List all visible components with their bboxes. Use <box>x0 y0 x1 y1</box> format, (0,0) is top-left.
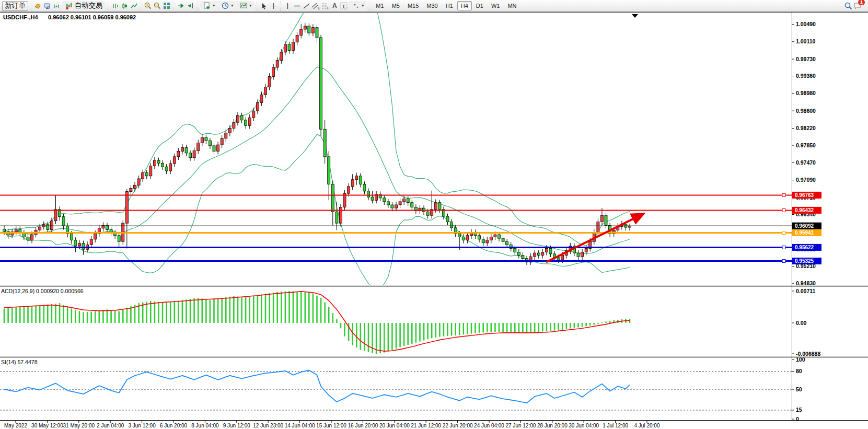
candle <box>629 226 631 227</box>
candle <box>450 222 453 228</box>
candle <box>308 26 310 33</box>
candle <box>256 102 259 111</box>
candle <box>39 227 41 230</box>
candle <box>3 229 6 231</box>
chat-icon[interactable]: 1 <box>853 2 862 10</box>
timeframe-h4[interactable]: H4 <box>457 1 472 10</box>
chart-area[interactable]: 1.004901.001100.997300.993600.989800.986… <box>0 12 868 429</box>
candle <box>331 184 334 212</box>
fibonacci-icon[interactable]: F <box>321 2 329 10</box>
cursor-icon[interactable] <box>260 2 268 10</box>
candle <box>54 210 57 221</box>
candle <box>125 192 128 224</box>
toolbar: 新订单 自动交易 <box>0 0 868 12</box>
candle <box>411 203 413 207</box>
price-line-badge-text: 0.95325 <box>795 258 814 264</box>
candle <box>153 160 156 166</box>
autotrading-icon <box>65 2 73 10</box>
candle <box>90 239 92 245</box>
chart-shift-icon[interactable] <box>186 2 194 10</box>
search-icon[interactable] <box>844 2 852 10</box>
candle <box>348 187 350 193</box>
bar-chart-icon[interactable] <box>111 2 119 10</box>
candle <box>601 215 604 222</box>
price-line-badge-text: 0.95941 <box>795 230 814 236</box>
signals-icon[interactable] <box>53 2 61 10</box>
chart-background[interactable] <box>0 12 868 429</box>
candle <box>561 256 564 260</box>
time-tick-label: 6 Jun 20:00 <box>160 423 188 428</box>
candle <box>458 234 461 237</box>
equidistant-channel-icon[interactable]: E <box>311 2 320 10</box>
rsi-tick-label: 50 <box>796 386 802 392</box>
text-icon[interactable]: A <box>330 2 339 10</box>
timeframe-m15[interactable]: M15 <box>404 1 422 10</box>
timeframe-m30[interactable]: M30 <box>423 1 441 10</box>
candle <box>213 146 215 152</box>
profiles-button[interactable]: ▾ <box>218 1 236 11</box>
candle <box>197 143 200 151</box>
zoom-out-icon[interactable] <box>153 2 161 10</box>
auto-scroll-icon[interactable] <box>177 2 185 10</box>
arrows-tool-button[interactable]: ▾ <box>349 1 366 11</box>
candle <box>359 176 362 184</box>
text-label-icon[interactable]: T <box>340 2 348 10</box>
line-anchor-handle[interactable] <box>782 246 785 249</box>
candle <box>534 253 536 257</box>
price-tick-label: 1.00490 <box>796 21 816 27</box>
price-line-badge-text: 0.96432 <box>795 207 814 213</box>
indicators-button[interactable]: ▾ <box>237 1 254 11</box>
price-tick-label: 0.97850 <box>796 142 816 148</box>
new-order-button[interactable]: 新订单 <box>2 1 28 11</box>
candle <box>137 179 140 185</box>
macd-label: ACD(12,26,9) 0.000920 0.000566 <box>1 288 84 294</box>
new-chart-icon <box>203 2 211 10</box>
candle <box>177 151 180 157</box>
time-tick-label: 12 Jun 23:00 <box>253 423 283 428</box>
candle <box>387 202 389 205</box>
candle <box>134 185 136 188</box>
candle <box>557 258 560 260</box>
rsi-tick-label: 0 <box>796 416 799 422</box>
trendline-icon[interactable] <box>302 2 310 10</box>
candle <box>581 252 584 257</box>
autotrading-button[interactable]: 自动交易 <box>62 1 105 11</box>
timeframe-m1[interactable]: M1 <box>372 1 387 10</box>
candle <box>193 151 195 158</box>
candle <box>245 120 247 126</box>
candle <box>181 147 183 151</box>
line-anchor-handle[interactable] <box>782 193 785 196</box>
crosshair-icon[interactable] <box>269 2 277 10</box>
zoom-in-icon[interactable] <box>144 2 152 10</box>
vertical-line-icon[interactable] <box>283 2 292 10</box>
data-window-icon[interactable] <box>43 2 52 10</box>
time-tick-label: 30 May 12:00 <box>31 423 63 428</box>
time-tick-label: 27 Jun 12:00 <box>505 423 536 428</box>
line-anchor-handle[interactable] <box>782 231 785 235</box>
horizontal-line-icon[interactable] <box>293 2 301 10</box>
line-anchor-handle[interactable] <box>782 208 785 212</box>
candle <box>577 253 580 257</box>
timeframe-mn[interactable]: MN <box>504 1 520 10</box>
timeframe-m5[interactable]: M5 <box>388 1 403 10</box>
market-watch-icon[interactable] <box>34 2 42 10</box>
candle <box>426 212 429 215</box>
candle <box>391 205 394 208</box>
candle <box>446 216 449 222</box>
rsi-tick-label: 100 <box>796 356 805 363</box>
tile-windows-icon[interactable] <box>163 2 171 10</box>
new-chart-button[interactable]: ▾ <box>200 1 217 11</box>
candle <box>118 236 120 241</box>
candle <box>74 240 77 246</box>
toolbar-separator <box>369 2 369 10</box>
line-chart-icon[interactable] <box>130 2 138 10</box>
toolbar-separator <box>173 2 174 10</box>
timeframe-d1[interactable]: D1 <box>472 1 487 10</box>
candle <box>284 44 286 52</box>
caret-down-icon: ▾ <box>362 4 364 8</box>
timeframe-h1[interactable]: H1 <box>442 1 457 10</box>
candlestick-chart-icon[interactable] <box>120 2 129 10</box>
line-anchor-handle[interactable] <box>782 260 785 263</box>
timeframe-w1[interactable]: W1 <box>488 1 504 10</box>
candle <box>300 29 303 35</box>
